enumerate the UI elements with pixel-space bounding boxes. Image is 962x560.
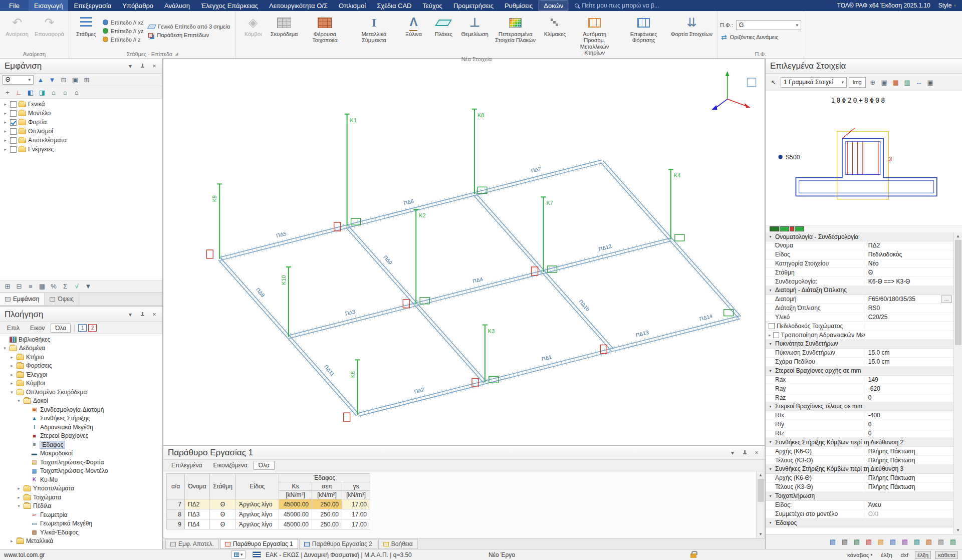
- sum-icon[interactable]: Σ: [60, 282, 70, 292]
- load-case-select[interactable]: G▾: [736, 20, 801, 30]
- property-row[interactable]: Τέλους (Κ3-Θ)Πλήρης Πάκτωση: [766, 483, 953, 492]
- menu-item-3[interactable]: Υπόβαθρο: [117, 0, 159, 11]
- beam-label[interactable]: ΠΔ3: [345, 309, 356, 317]
- property-row[interactable]: Rtz0: [766, 429, 953, 438]
- pin-icon[interactable]: [139, 63, 146, 70]
- checkbox[interactable]: [10, 119, 17, 126]
- document-tab-1[interactable]: Εμφ. Αποτελ.: [165, 539, 219, 549]
- nav-tree-item-5[interactable]: ▸Έλεγχοι: [0, 370, 162, 379]
- property-group[interactable]: ▾Στερεοί Βραχίονες αρχής σε mm: [766, 367, 953, 376]
- collapse-icon[interactable]: ▾: [768, 342, 773, 346]
- collapse-icon[interactable]: ▾: [768, 440, 773, 444]
- auto-steel-building-button[interactable]: Αυτόματη Προσομ. Μεταλλικών Κτηρίων: [571, 12, 619, 56]
- table-cell[interactable]: 17.00: [342, 499, 370, 509]
- nav-tree-item-8[interactable]: ▾Δοκοί: [0, 397, 162, 406]
- property-row[interactable]: Πύκνωση Συνδετήρων15.0 cm: [766, 349, 953, 358]
- column-header[interactable]: Ks: [279, 482, 312, 491]
- tile-planes-button[interactable]: Παράθεση Επιπέδων: [147, 32, 233, 39]
- nav-tree-item-11[interactable]: ΙΑδρανειακά Μεγέθη: [0, 423, 162, 432]
- section-preview[interactable]: 10Φ20+8Φ08 3 S500: [766, 91, 962, 225]
- expander-icon[interactable]: ▸: [3, 111, 8, 116]
- lock-icon[interactable]: [690, 553, 696, 558]
- dialog-launcher-icon[interactable]: ◢: [175, 52, 178, 56]
- copy-icon[interactable]: ▣: [925, 77, 935, 87]
- property-value[interactable]: 15.0 cm: [865, 358, 953, 366]
- table-row[interactable]: 9ΠΔ4ΘΆργιλος λίγο45000.00250.0017.00: [167, 519, 370, 529]
- view-cube-icon[interactable]: ◧: [26, 87, 36, 97]
- table-cell[interactable]: Άργιλος λίγο: [236, 499, 279, 509]
- property-row[interactable]: Αρχής (Κ6-Θ)Πλήρης Πάκτωση: [766, 447, 953, 456]
- checkbox[interactable]: [10, 101, 17, 108]
- nav-tree-item-3[interactable]: ▸Κτήριο: [0, 353, 162, 362]
- nav-tree-item-14[interactable]: ▬Μακροδοκοί: [0, 449, 162, 458]
- table-cell[interactable]: 250.00: [312, 499, 342, 509]
- nav-tree-item-2[interactable]: ▾Δεδομένα: [0, 344, 162, 353]
- undo-button[interactable]: ↶Αναίρεση: [3, 12, 32, 50]
- beam-label[interactable]: ΠΔ4: [472, 276, 484, 284]
- property-row[interactable]: Rty0: [766, 420, 953, 429]
- document-tab-3[interactable]: Παράθυρο Εργασίας 2: [299, 539, 377, 549]
- stairs-button[interactable]: Κλίμακες: [541, 12, 570, 56]
- property-value[interactable]: Πλήρης Πάκτωση: [865, 447, 953, 455]
- checkbox[interactable]: [10, 128, 17, 135]
- element-loads-button[interactable]: ⇊Φορτία Στοιχείων: [669, 12, 714, 56]
- nav-tree-item-23[interactable]: ▩Υλικά-Έδαφος: [0, 528, 162, 537]
- table-cell[interactable]: 250.00: [312, 509, 342, 519]
- property-value[interactable]: 15.0 cm: [865, 349, 953, 357]
- property-row[interactable]: Σχάρα Πεδίλου15.0 cm: [766, 358, 953, 367]
- expander-icon[interactable]: ▸: [9, 363, 15, 368]
- snap-toggle-5[interactable]: κάθετα: [935, 551, 958, 559]
- property-group[interactable]: ▾Ονοματολογία - Συνδεσμολογία: [766, 232, 953, 241]
- expander-icon[interactable]: ▸: [9, 372, 15, 377]
- checkbox[interactable]: [10, 110, 17, 117]
- property-value[interactable]: Πλήρης Πάκτωση: [865, 483, 953, 491]
- pin-icon[interactable]: [139, 311, 146, 318]
- nav-tree-item-17[interactable]: ΚΚυ-Μυ: [0, 475, 162, 484]
- expander-icon[interactable]: ▾: [16, 503, 22, 508]
- display-tree-item-5[interactable]: ▸Αποτελέσματα: [0, 136, 162, 145]
- expander-icon[interactable]: ▸: [3, 120, 8, 125]
- table-add-icon[interactable]: ⊞: [3, 282, 13, 292]
- property-value[interactable]: RS0: [865, 304, 953, 313]
- property-group[interactable]: ▾Συνθήκες Στήριξης Κόμβων περί τη Διεύθυ…: [766, 438, 953, 447]
- table-cell[interactable]: 7: [167, 499, 185, 509]
- menu-item-6[interactable]: Λειτουργικότητα Ο/Σ: [264, 0, 333, 11]
- property-value[interactable]: Νέο: [865, 259, 953, 268]
- filter-icon[interactable]: ▼: [83, 282, 93, 292]
- property-value[interactable]: Κ6-Θ ==> Κ3-Θ: [865, 277, 953, 286]
- table-cell[interactable]: Θ: [210, 499, 236, 509]
- scrollbar-thumb[interactable]: [955, 240, 961, 345]
- levels-button[interactable]: Στάθμες: [72, 12, 101, 50]
- render-mode-2-icon[interactable]: ⌂: [60, 87, 70, 97]
- menu-file[interactable]: File: [0, 0, 29, 11]
- expander-icon[interactable]: ▸: [9, 355, 15, 360]
- column-header[interactable]: α/α: [167, 474, 185, 499]
- render-mode-1-icon[interactable]: ⌂: [49, 87, 59, 97]
- level-select[interactable]: Θ▾: [3, 75, 34, 85]
- excel-icon[interactable]: ▤: [912, 537, 922, 547]
- nodes-button[interactable]: ◈Κόμβοι: [238, 12, 268, 56]
- model-3d-viewport[interactable]: Κ9Κ1Κ8Κ10Κ2Κ7Κ4Κ6Κ3ΠΔ5ΠΔ6ΠΔ7ΠΔ3ΠΔ4ΠΔ12ΠΔ…: [163, 59, 765, 445]
- property-value[interactable]: ΠΔ2: [865, 241, 953, 250]
- numbering-icon[interactable]: ▤: [828, 537, 838, 547]
- beam-label[interactable]: ΠΔ1: [541, 354, 553, 362]
- plane-z-button[interactable]: Επίπεδο // z: [102, 36, 146, 43]
- expander-icon[interactable]: ▸: [3, 129, 8, 134]
- column-header[interactable]: Στάθμη: [210, 474, 236, 499]
- property-row[interactable]: ΔιατομήF65/60/180/35/35...: [766, 295, 953, 304]
- property-value[interactable]: Πεδιλοδοκός: [865, 250, 953, 259]
- section-colors-icon[interactable]: ▦: [891, 77, 901, 87]
- expander-icon[interactable]: ▸: [769, 333, 771, 338]
- beam-label[interactable]: ΠΔ14: [699, 313, 713, 322]
- property-row[interactable]: Rax149: [766, 376, 953, 385]
- nav-tree-item-7[interactable]: ▾Οπλισμένο Σκυρόδεμα: [0, 388, 162, 397]
- expander-icon[interactable]: ▸: [3, 102, 8, 107]
- table-remove-icon[interactable]: ⊟: [14, 282, 24, 292]
- expander-icon[interactable]: ▾: [9, 390, 15, 395]
- scroll-down-icon[interactable]: ▼: [757, 530, 765, 538]
- nav-tree-item-13[interactable]: ≡Έδαφος: [0, 440, 162, 449]
- scroll-down-icon[interactable]: ▼: [954, 526, 962, 534]
- pan-icon[interactable]: +: [3, 87, 13, 97]
- view-shaded-icon[interactable]: ◨: [37, 87, 47, 97]
- nav-filter-2[interactable]: Εικον: [26, 324, 49, 333]
